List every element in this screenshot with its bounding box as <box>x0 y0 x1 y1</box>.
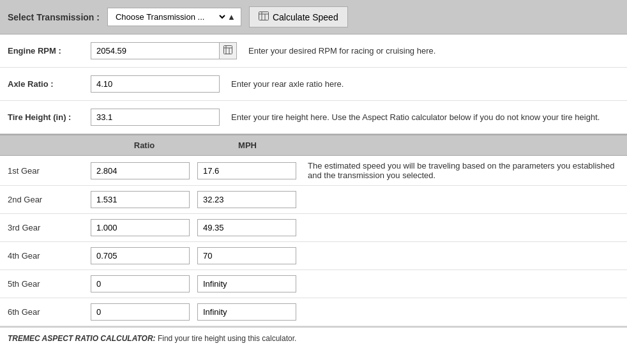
gear-rows-container: 1st GearThe estimated speed you will be … <box>0 156 627 326</box>
gear-mph-input-1[interactable] <box>197 162 296 179</box>
gear-mph-input-2[interactable] <box>197 191 296 208</box>
main-container: Select Transmission : Choose Transmissio… <box>0 0 627 349</box>
gear-row: 5th Gear <box>0 270 627 298</box>
select-arrow-icon: ▲ <box>227 12 236 22</box>
bottom-text-rest: Find your tire height using this calcula… <box>158 334 296 343</box>
gear-ratio-input-5[interactable] <box>91 275 190 292</box>
axle-ratio-label: Axle Ratio : <box>8 79 91 89</box>
engine-rpm-input[interactable] <box>91 43 219 59</box>
bottom-text: TREMEC ASPECT RATIO CALCULATOR: Find you… <box>0 326 627 349</box>
gear-mph-input-5[interactable] <box>197 275 296 292</box>
th-gear <box>8 140 91 150</box>
axle-ratio-hint: Enter your rear axle ratio here. <box>231 79 619 89</box>
gear-mph-input-6[interactable] <box>197 303 296 321</box>
tire-height-row: Tire Height (in) : Enter your tire heigh… <box>0 101 627 133</box>
gear-ratio-input-1[interactable] <box>91 162 190 179</box>
gear-label-2: 2nd Gear <box>8 195 91 204</box>
engine-rpm-row: Engine RPM : ​ Enter your desired RPM fo… <box>0 34 627 68</box>
gear-table-section: Ratio MPH 1st GearThe estimated speed yo… <box>0 134 627 326</box>
calc-table-icon: ​ <box>259 11 269 22</box>
th-note <box>297 140 619 150</box>
axle-ratio-input[interactable] <box>91 76 219 92</box>
svg-rect-4 <box>224 46 232 54</box>
gear-row: 2nd Gear <box>0 186 627 214</box>
gear-row: 4th Gear <box>0 242 627 270</box>
th-ratio: Ratio <box>91 140 198 150</box>
tire-height-hint: Enter your tire height here. Use the Asp… <box>231 112 619 122</box>
bottom-text-em: TREMEC ASPECT RATIO CALCULATOR: <box>8 334 156 343</box>
tire-height-input[interactable] <box>91 109 219 125</box>
gear-table-note: The estimated speed you will be travelin… <box>308 161 619 180</box>
gear-ratio-input-3[interactable] <box>91 219 190 236</box>
header-row: Select Transmission : Choose Transmissio… <box>0 0 627 34</box>
calc-button-label: Calculate Speed <box>273 12 338 22</box>
gear-label-3: 3rd Gear <box>8 223 91 232</box>
calculate-speed-button[interactable]: ​ Calculate Speed <box>249 6 348 27</box>
gear-ratio-input-4[interactable] <box>91 247 190 264</box>
engine-rpm-label: Engine RPM : <box>8 46 91 56</box>
gear-ratio-input-6[interactable] <box>91 303 190 321</box>
gear-row: 1st GearThe estimated speed you will be … <box>0 156 627 186</box>
gear-mph-input-4[interactable] <box>197 247 296 264</box>
select-transmission-label: Select Transmission : <box>8 12 100 22</box>
transmission-select-wrapper[interactable]: Choose Transmission ...TH350TH400700R44L… <box>107 8 241 26</box>
table-header: Ratio MPH <box>0 135 627 156</box>
gear-label-1: 1st Gear <box>8 166 91 176</box>
axle-ratio-row: Axle Ratio : Enter your rear axle ratio … <box>0 68 627 101</box>
gear-label-6: 6th Gear <box>8 307 91 317</box>
gear-ratio-input-2[interactable] <box>91 191 190 208</box>
axle-ratio-field-wrapper <box>91 75 220 93</box>
th-mph: MPH <box>198 140 297 150</box>
tire-height-label: Tire Height (in) : <box>8 112 91 122</box>
tire-height-field-wrapper <box>91 109 220 126</box>
input-section: Engine RPM : ​ Enter your desired RPM fo… <box>0 34 627 134</box>
gear-row: 6th Gear <box>0 298 627 326</box>
gear-label-4: 4th Gear <box>8 251 91 261</box>
svg-rect-0 <box>259 12 268 20</box>
transmission-select[interactable]: Choose Transmission ...TH350TH400700R44L… <box>113 11 227 22</box>
gear-mph-input-3[interactable] <box>197 219 296 236</box>
gear-row: 3rd Gear <box>0 214 627 242</box>
engine-rpm-hint: Enter your desired RPM for racing or cru… <box>248 46 619 56</box>
gear-label-5: 5th Gear <box>8 279 91 289</box>
engine-rpm-field-wrapper: ​ <box>91 42 237 59</box>
engine-rpm-calc-icon[interactable]: ​ <box>219 43 236 59</box>
